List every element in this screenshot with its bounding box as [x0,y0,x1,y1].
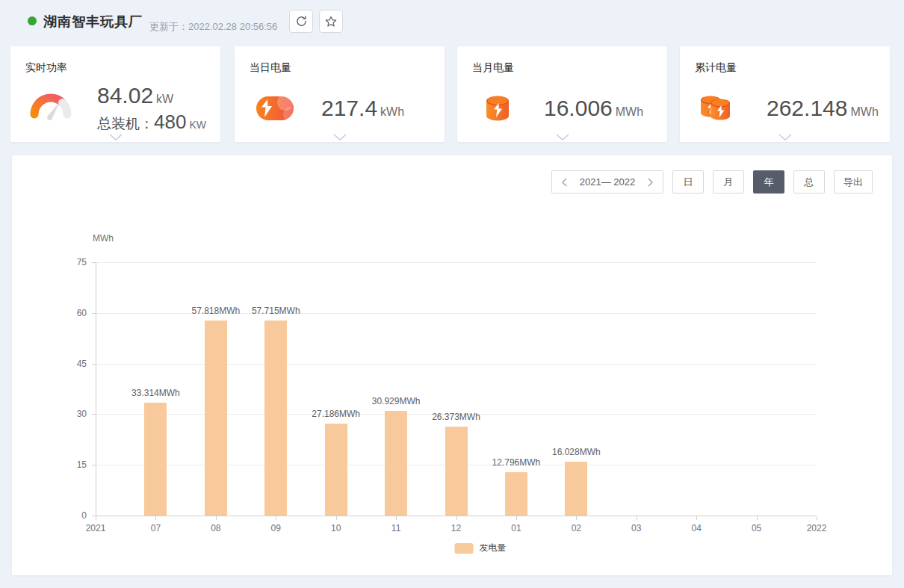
x-axis-tick [155,516,156,520]
station-header: 湖南智丰玩具厂 更新于：2022.02.28 20:56:56 [0,0,904,42]
period-button-month[interactable]: 月 [713,170,744,194]
chart-toolbar: 2021— 2022 日 月 年 总 导出 [551,170,873,194]
total-energy-unit: MWh [850,105,878,118]
x-tick-label: 01 [492,523,540,533]
card-monthly-energy: 当月电量 16.006MWh [457,46,667,142]
card-title: 累计电量 [695,61,737,75]
y-axis-name: MWh [93,233,114,244]
y-tick-label: 30 [45,409,87,419]
gauge-icon [25,89,76,128]
card-title: 当月电量 [472,61,514,75]
x-tick-label: 11 [372,523,420,533]
x-tick-label: 2021 [72,523,120,533]
legend-item-generation[interactable]: 发电量 [455,542,507,554]
bar[interactable] [445,427,468,516]
bar[interactable] [205,321,227,516]
bar-value-label: 26.373MWh [412,412,501,422]
card-total-energy: 累计电量 [680,46,890,142]
legend-label: 发电量 [480,542,507,554]
status-dot [28,16,37,25]
realtime-power-unit: kW [156,93,173,105]
x-tick-label: 2022 [793,523,840,533]
x-axis-tick [336,516,337,520]
x-axis-tick [396,516,397,520]
x-tick-label: 12 [433,523,480,533]
x-tick-label: 05 [733,523,781,533]
x-axis-tick [757,516,758,520]
date-range-picker[interactable]: 2021— 2022 [551,170,663,194]
refresh-button[interactable] [289,10,313,33]
realtime-power-value: 84.02 [97,83,153,108]
installed-capacity-label: 总装机： [97,116,154,131]
card-daily-energy: 当日电量 217.4kWh [235,46,445,142]
energy-cylinder-double-icon [695,93,746,123]
bar-value-label: 30.929MWh [351,396,441,406]
updated-at: 更新于：2022.02.28 20:56:56 [149,20,277,34]
card-realtime-power: 实时功率 84.02kW [10,46,220,142]
chevron-down-icon[interactable] [778,134,792,140]
grid-line [96,262,817,263]
installed-capacity-value: 480 [154,111,186,133]
bar[interactable] [325,424,347,516]
bar-value-label: 57.715MWh [231,306,321,316]
x-axis-tick [576,516,577,520]
x-tick-label: 09 [252,523,300,533]
refresh-icon [295,15,308,28]
y-tick-label: 15 [45,459,87,470]
lightning-pill-icon [250,95,300,122]
chevron-down-icon[interactable] [556,134,569,140]
export-button[interactable]: 导出 [834,170,873,194]
x-axis-tick [276,516,276,520]
x-tick-label: 02 [552,523,600,533]
star-icon [324,15,338,28]
x-tick-label: 04 [672,523,720,533]
bar[interactable] [385,411,407,516]
chevron-left-icon [561,178,568,189]
station-title: 湖南智丰玩具厂 [43,13,143,31]
total-energy-value: 262.148 [767,96,847,120]
period-button-total[interactable]: 总 [793,170,825,194]
bar-value-label: 16.028MWh [531,447,621,457]
range-prev-button[interactable] [560,178,569,187]
favorite-button[interactable] [319,10,343,33]
x-axis-tick [696,516,697,520]
y-tick-label: 45 [45,359,87,369]
x-axis-tick [216,516,217,520]
chevron-right-icon [647,178,654,189]
bar[interactable] [565,462,587,516]
installed-capacity-unit: KW [189,119,206,131]
y-tick-label: 75 [45,257,87,267]
x-tick-label: 10 [312,523,360,533]
x-axis-tick [817,516,817,520]
chevron-down-icon[interactable] [109,134,123,140]
chevron-down-icon[interactable] [333,134,347,140]
x-axis-tick [456,516,457,520]
period-button-day[interactable]: 日 [672,170,704,194]
x-axis-tick [96,516,96,520]
bar[interactable] [505,472,527,516]
x-axis-tick [637,516,637,520]
x-tick-label: 08 [192,523,240,533]
period-button-year[interactable]: 年 [753,170,784,194]
bar[interactable] [144,403,167,516]
monthly-energy-value: 16.006 [544,96,613,120]
y-axis-line [96,262,96,516]
card-title: 当日电量 [250,61,291,75]
bar-value-label: 33.314MWh [111,388,200,398]
x-axis-tick [516,516,517,520]
bar[interactable] [264,321,287,516]
monthly-energy-unit: MWh [616,105,643,118]
energy-cylinder-icon [472,94,523,123]
date-range-label: 2021— 2022 [580,176,635,188]
range-next-button[interactable] [646,178,655,187]
bar-value-label: 12.796MWh [471,457,561,468]
card-title: 实时功率 [25,61,67,75]
y-tick-label: 60 [45,308,87,318]
x-tick-label: 03 [613,523,660,533]
chart-panel: 2021— 2022 日 月 年 总 导出 MWh015304560752021… [12,155,892,575]
grid-line [96,364,817,365]
x-tick-label: 07 [131,523,179,533]
card-values: 84.02kW 总装机：480KW [97,83,206,133]
daily-energy-unit: kWh [380,105,404,118]
bar-value-label: 27.186MWh [291,409,381,419]
